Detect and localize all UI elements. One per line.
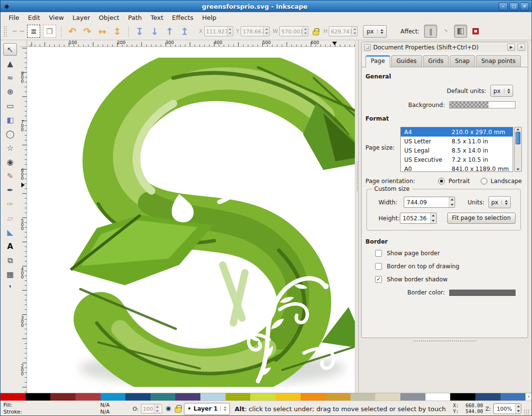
- drawing-canvas[interactable]: [27, 47, 355, 393]
- tab-grids[interactable]: Grids: [423, 55, 449, 67]
- palette-swatch[interactable]: [0, 393, 26, 401]
- tool-pencil-button[interactable]: ✎: [3, 169, 17, 182]
- show-page-border-checkbox[interactable]: [375, 250, 382, 257]
- layer-selector[interactable]: • Layer 1: [184, 403, 229, 415]
- background-color-picker[interactable]: [449, 101, 516, 108]
- palette-swatch[interactable]: [200, 393, 226, 401]
- palette-swatch[interactable]: [426, 393, 451, 401]
- portrait-radio[interactable]: [438, 178, 445, 185]
- close-button[interactable]: ✕: [520, 2, 529, 11]
- tool-text-button[interactable]: A: [3, 240, 17, 252]
- list-item-us-legal[interactable]: US Legal8.5 x 14.0 in: [401, 146, 513, 155]
- tab-guides[interactable]: Guides: [391, 55, 422, 67]
- palette-swatch[interactable]: [26, 393, 51, 401]
- palette-swatch[interactable]: [250, 393, 275, 401]
- tool-connector-button[interactable]: ⧉: [3, 254, 17, 266]
- raise-to-top-icon[interactable]: ↥: [177, 26, 192, 37]
- fit-page-to-selection-button[interactable]: Fit page to selection: [447, 213, 516, 224]
- zoom-drawing-icon[interactable]: ❒: [43, 25, 56, 38]
- move-patterns-toggle[interactable]: [469, 25, 482, 38]
- window-resize-grip[interactable]: [524, 409, 530, 415]
- tool-ellipse-button[interactable]: ◯: [3, 127, 17, 140]
- menu-effects[interactable]: Effects: [167, 13, 198, 22]
- list-item-us-letter[interactable]: US Letter8.5 x 11.0 in: [401, 137, 513, 146]
- select-all-icon[interactable]: ≣: [27, 25, 40, 38]
- palette-swatch[interactable]: [101, 393, 126, 401]
- palette-swatch[interactable]: [226, 393, 251, 401]
- tool-selector-button[interactable]: ↖: [3, 43, 17, 56]
- tool-dropper-button[interactable]: ❜: [3, 282, 17, 294]
- scale-stroke-toggle[interactable]: ‖: [424, 25, 437, 38]
- fill-stroke-indicator[interactable]: Fill:N/A Stroke:N/A: [3, 402, 130, 416]
- toolbar-grip[interactable]: [3, 26, 7, 37]
- palette-swatch[interactable]: [50, 393, 76, 401]
- palette-swatch[interactable]: [501, 393, 526, 401]
- border-on-top-checkbox[interactable]: [375, 263, 382, 270]
- tool-calligraphy-button[interactable]: ✑: [3, 198, 17, 210]
- menu-layer[interactable]: Layer: [68, 13, 94, 22]
- palette-swatch[interactable]: [151, 393, 176, 401]
- minimize-button[interactable]: –: [499, 2, 508, 11]
- horizontal-ruler[interactable]: 100 200 300 400 500 600: [27, 40, 355, 47]
- tool-bezier-button[interactable]: ✒: [3, 184, 17, 196]
- layer-visibility-icon[interactable]: [165, 405, 172, 413]
- units-dropdown[interactable]: px: [363, 25, 387, 38]
- landscape-radio[interactable]: [481, 178, 487, 185]
- lock-ratio-icon[interactable]: [313, 31, 319, 35]
- palette-swatch[interactable]: [375, 393, 400, 401]
- tool-eraser-button[interactable]: ▱: [3, 212, 17, 224]
- menu-edit[interactable]: Edit: [24, 13, 45, 22]
- list-item-us-executive[interactable]: US Executive7.2 x 10.5 in: [401, 155, 513, 164]
- menu-file[interactable]: File: [4, 13, 24, 22]
- custom-units-dropdown[interactable]: px: [488, 196, 511, 208]
- tool-tweak-button[interactable]: ≈: [3, 71, 17, 84]
- layer-lock-icon[interactable]: [175, 407, 182, 413]
- flip-vertical-icon[interactable]: ↕: [110, 26, 125, 37]
- scrollbar-thumb[interactable]: [516, 132, 520, 144]
- palette-scroll-button[interactable]: ‹: [525, 393, 532, 401]
- tab-page[interactable]: Page: [365, 55, 390, 67]
- page-size-list[interactable]: A4210.0 x 297.0 mm US Letter8.5 x 11.0 i…: [400, 127, 513, 172]
- lower-to-bottom-icon[interactable]: ↧: [132, 26, 147, 37]
- list-scrollbar[interactable]: [514, 127, 522, 172]
- zoom-input[interactable]: 100%: [493, 403, 521, 414]
- dock-splitter[interactable]: [355, 40, 358, 393]
- height-input[interactable]: 629.741: [329, 26, 358, 36]
- opacity-input[interactable]: 100: [141, 404, 162, 414]
- menu-help[interactable]: Help: [198, 13, 221, 22]
- tool-gradient-button[interactable]: ▦: [3, 268, 17, 280]
- rotate-cw-icon[interactable]: ↷: [80, 26, 95, 37]
- palette-swatch[interactable]: [301, 393, 326, 401]
- tool-bucket-button[interactable]: ◣: [3, 226, 17, 238]
- tool-node-editor-button[interactable]: ▲: [3, 57, 17, 70]
- list-item-a0[interactable]: A0841.0 x 1189.0 mm: [401, 164, 513, 172]
- move-gradients-toggle[interactable]: [454, 25, 467, 38]
- tool-spiral-button[interactable]: ◉: [3, 155, 17, 168]
- menu-text[interactable]: Text: [146, 13, 167, 22]
- palette-swatch[interactable]: [125, 393, 151, 401]
- menu-object[interactable]: Object: [94, 13, 123, 22]
- x-coordinate-input[interactable]: 111.927: [204, 26, 233, 36]
- menu-view[interactable]: View: [45, 13, 68, 22]
- tool-rectangle-button[interactable]: ▭: [3, 99, 17, 112]
- width-input[interactable]: 570.001: [279, 26, 308, 36]
- panel-menu-button[interactable]: ▶: [507, 44, 515, 51]
- palette-swatch[interactable]: [350, 393, 376, 401]
- custom-width-input[interactable]: 744.09: [404, 197, 455, 208]
- default-units-dropdown[interactable]: px: [490, 85, 513, 97]
- tab-snap-points[interactable]: Snap points: [476, 55, 521, 67]
- menu-path[interactable]: Path: [123, 13, 146, 22]
- panel-header[interactable]: ❏ Document Properties (Shift+Ctrl+D) ▶ ✕: [362, 42, 528, 52]
- vertical-ruler[interactable]: 800 700 600 500 400 300 200: [20, 47, 27, 393]
- tool-zoom-button[interactable]: ⊕: [3, 85, 17, 98]
- tab-snap[interactable]: Snap: [450, 55, 475, 67]
- scale-corners-toggle[interactable]: ◝: [439, 25, 452, 38]
- rotate-ccw-icon[interactable]: ↶: [65, 26, 80, 37]
- palette-swatch[interactable]: [76, 393, 101, 401]
- dock-resize-handle[interactable]: [361, 338, 528, 343]
- lower-one-step-icon[interactable]: ↓: [147, 26, 162, 37]
- panel-close-button[interactable]: ✕: [517, 44, 525, 51]
- custom-height-input[interactable]: 1052.36: [400, 213, 437, 224]
- list-item-a4[interactable]: A4210.0 x 297.0 mm: [401, 127, 513, 137]
- palette-swatch[interactable]: [175, 393, 200, 401]
